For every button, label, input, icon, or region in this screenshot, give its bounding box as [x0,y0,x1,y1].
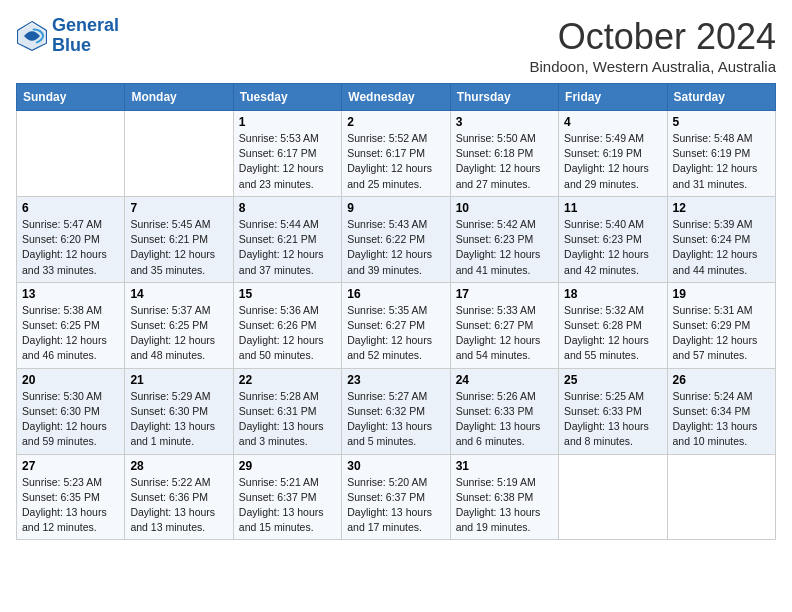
calendar-cell: 16Sunrise: 5:35 AM Sunset: 6:27 PM Dayli… [342,282,450,368]
calendar-cell: 27Sunrise: 5:23 AM Sunset: 6:35 PM Dayli… [17,454,125,540]
calendar-cell: 25Sunrise: 5:25 AM Sunset: 6:33 PM Dayli… [559,368,667,454]
calendar-week-row: 20Sunrise: 5:30 AM Sunset: 6:30 PM Dayli… [17,368,776,454]
day-number: 8 [239,201,336,215]
calendar-cell: 28Sunrise: 5:22 AM Sunset: 6:36 PM Dayli… [125,454,233,540]
calendar-cell: 4Sunrise: 5:49 AM Sunset: 6:19 PM Daylig… [559,111,667,197]
day-number: 25 [564,373,661,387]
day-number: 19 [673,287,770,301]
day-number: 21 [130,373,227,387]
col-header-saturday: Saturday [667,84,775,111]
calendar-header-row: SundayMondayTuesdayWednesdayThursdayFrid… [17,84,776,111]
day-number: 7 [130,201,227,215]
day-info: Sunrise: 5:37 AM Sunset: 6:25 PM Dayligh… [130,303,227,364]
page-title: October 2024 [529,16,776,58]
day-info: Sunrise: 5:20 AM Sunset: 6:37 PM Dayligh… [347,475,444,536]
calendar-cell: 11Sunrise: 5:40 AM Sunset: 6:23 PM Dayli… [559,196,667,282]
calendar-cell: 29Sunrise: 5:21 AM Sunset: 6:37 PM Dayli… [233,454,341,540]
calendar-cell: 10Sunrise: 5:42 AM Sunset: 6:23 PM Dayli… [450,196,558,282]
calendar-cell: 15Sunrise: 5:36 AM Sunset: 6:26 PM Dayli… [233,282,341,368]
col-header-sunday: Sunday [17,84,125,111]
day-number: 29 [239,459,336,473]
day-number: 1 [239,115,336,129]
calendar-cell [559,454,667,540]
page-header: General Blue October 2024 Bindoon, Weste… [16,16,776,75]
day-info: Sunrise: 5:19 AM Sunset: 6:38 PM Dayligh… [456,475,553,536]
day-number: 6 [22,201,119,215]
day-info: Sunrise: 5:28 AM Sunset: 6:31 PM Dayligh… [239,389,336,450]
calendar-cell: 5Sunrise: 5:48 AM Sunset: 6:19 PM Daylig… [667,111,775,197]
calendar-table: SundayMondayTuesdayWednesdayThursdayFrid… [16,83,776,540]
day-info: Sunrise: 5:27 AM Sunset: 6:32 PM Dayligh… [347,389,444,450]
day-info: Sunrise: 5:36 AM Sunset: 6:26 PM Dayligh… [239,303,336,364]
day-info: Sunrise: 5:30 AM Sunset: 6:30 PM Dayligh… [22,389,119,450]
day-info: Sunrise: 5:42 AM Sunset: 6:23 PM Dayligh… [456,217,553,278]
day-info: Sunrise: 5:47 AM Sunset: 6:20 PM Dayligh… [22,217,119,278]
day-info: Sunrise: 5:26 AM Sunset: 6:33 PM Dayligh… [456,389,553,450]
calendar-cell [667,454,775,540]
day-number: 16 [347,287,444,301]
calendar-cell: 6Sunrise: 5:47 AM Sunset: 6:20 PM Daylig… [17,196,125,282]
calendar-body: 1Sunrise: 5:53 AM Sunset: 6:17 PM Daylig… [17,111,776,540]
title-block: October 2024 Bindoon, Western Australia,… [529,16,776,75]
calendar-cell: 26Sunrise: 5:24 AM Sunset: 6:34 PM Dayli… [667,368,775,454]
col-header-friday: Friday [559,84,667,111]
calendar-week-row: 13Sunrise: 5:38 AM Sunset: 6:25 PM Dayli… [17,282,776,368]
day-info: Sunrise: 5:43 AM Sunset: 6:22 PM Dayligh… [347,217,444,278]
calendar-cell: 31Sunrise: 5:19 AM Sunset: 6:38 PM Dayli… [450,454,558,540]
day-number: 27 [22,459,119,473]
calendar-cell: 1Sunrise: 5:53 AM Sunset: 6:17 PM Daylig… [233,111,341,197]
calendar-week-row: 1Sunrise: 5:53 AM Sunset: 6:17 PM Daylig… [17,111,776,197]
calendar-cell: 23Sunrise: 5:27 AM Sunset: 6:32 PM Dayli… [342,368,450,454]
calendar-cell: 24Sunrise: 5:26 AM Sunset: 6:33 PM Dayli… [450,368,558,454]
calendar-cell: 13Sunrise: 5:38 AM Sunset: 6:25 PM Dayli… [17,282,125,368]
calendar-week-row: 27Sunrise: 5:23 AM Sunset: 6:35 PM Dayli… [17,454,776,540]
day-info: Sunrise: 5:35 AM Sunset: 6:27 PM Dayligh… [347,303,444,364]
day-number: 22 [239,373,336,387]
day-info: Sunrise: 5:38 AM Sunset: 6:25 PM Dayligh… [22,303,119,364]
calendar-cell: 19Sunrise: 5:31 AM Sunset: 6:29 PM Dayli… [667,282,775,368]
day-number: 5 [673,115,770,129]
col-header-monday: Monday [125,84,233,111]
day-info: Sunrise: 5:39 AM Sunset: 6:24 PM Dayligh… [673,217,770,278]
col-header-wednesday: Wednesday [342,84,450,111]
calendar-cell: 22Sunrise: 5:28 AM Sunset: 6:31 PM Dayli… [233,368,341,454]
calendar-cell: 30Sunrise: 5:20 AM Sunset: 6:37 PM Dayli… [342,454,450,540]
day-info: Sunrise: 5:29 AM Sunset: 6:30 PM Dayligh… [130,389,227,450]
calendar-cell: 8Sunrise: 5:44 AM Sunset: 6:21 PM Daylig… [233,196,341,282]
calendar-cell: 17Sunrise: 5:33 AM Sunset: 6:27 PM Dayli… [450,282,558,368]
calendar-cell: 3Sunrise: 5:50 AM Sunset: 6:18 PM Daylig… [450,111,558,197]
day-number: 17 [456,287,553,301]
logo-text: General Blue [52,16,119,56]
day-number: 9 [347,201,444,215]
day-info: Sunrise: 5:49 AM Sunset: 6:19 PM Dayligh… [564,131,661,192]
calendar-cell: 7Sunrise: 5:45 AM Sunset: 6:21 PM Daylig… [125,196,233,282]
day-number: 23 [347,373,444,387]
calendar-cell: 2Sunrise: 5:52 AM Sunset: 6:17 PM Daylig… [342,111,450,197]
calendar-week-row: 6Sunrise: 5:47 AM Sunset: 6:20 PM Daylig… [17,196,776,282]
day-info: Sunrise: 5:52 AM Sunset: 6:17 PM Dayligh… [347,131,444,192]
day-number: 26 [673,373,770,387]
calendar-cell: 18Sunrise: 5:32 AM Sunset: 6:28 PM Dayli… [559,282,667,368]
col-header-thursday: Thursday [450,84,558,111]
day-info: Sunrise: 5:31 AM Sunset: 6:29 PM Dayligh… [673,303,770,364]
day-number: 11 [564,201,661,215]
day-info: Sunrise: 5:23 AM Sunset: 6:35 PM Dayligh… [22,475,119,536]
day-info: Sunrise: 5:33 AM Sunset: 6:27 PM Dayligh… [456,303,553,364]
day-number: 15 [239,287,336,301]
day-number: 13 [22,287,119,301]
day-info: Sunrise: 5:48 AM Sunset: 6:19 PM Dayligh… [673,131,770,192]
day-info: Sunrise: 5:22 AM Sunset: 6:36 PM Dayligh… [130,475,227,536]
day-info: Sunrise: 5:44 AM Sunset: 6:21 PM Dayligh… [239,217,336,278]
day-number: 3 [456,115,553,129]
day-info: Sunrise: 5:32 AM Sunset: 6:28 PM Dayligh… [564,303,661,364]
day-number: 10 [456,201,553,215]
logo: General Blue [16,16,119,56]
day-number: 12 [673,201,770,215]
day-number: 20 [22,373,119,387]
day-info: Sunrise: 5:50 AM Sunset: 6:18 PM Dayligh… [456,131,553,192]
day-info: Sunrise: 5:45 AM Sunset: 6:21 PM Dayligh… [130,217,227,278]
day-info: Sunrise: 5:21 AM Sunset: 6:37 PM Dayligh… [239,475,336,536]
day-number: 2 [347,115,444,129]
day-number: 24 [456,373,553,387]
day-number: 30 [347,459,444,473]
